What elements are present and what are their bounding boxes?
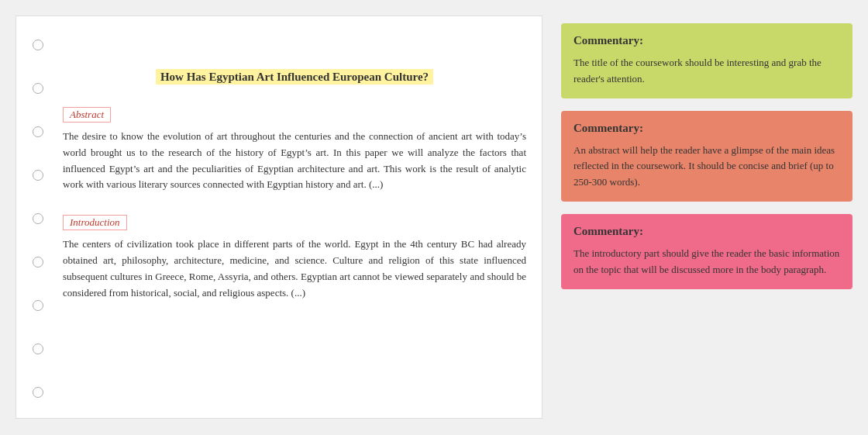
bullet-4 [33, 170, 43, 181]
commentary-text-1: The title of the coursework should be in… [574, 55, 840, 88]
bullet-2 [33, 83, 43, 94]
document-panel: How Has Egyptian Art Influenced European… [16, 16, 542, 419]
commentary-text-3: The introductory part should give the re… [574, 246, 840, 278]
commentary-text-2: An abstract will help the reader have a … [574, 143, 840, 191]
abstract-section: Abstract The desire to know the evolutio… [63, 99, 526, 193]
introduction-text: The centers of civilization took place i… [63, 236, 526, 301]
bullet-1 [33, 40, 43, 50]
abstract-label: Abstract [63, 107, 111, 123]
title-wrapper: How Has Egyptian Art Influenced European… [63, 71, 526, 84]
commentary-card-abstract: Commentary: An abstract will help the re… [561, 111, 852, 202]
commentary-card-intro: Commentary: The introductory part should… [561, 214, 852, 289]
bullet-7 [33, 300, 43, 311]
bullet-column [16, 32, 59, 402]
commentary-heading-3: Commentary: [574, 225, 840, 238]
abstract-text: The desire to know the evolution of art … [63, 129, 526, 193]
commentary-panel: Commentary: The title of the coursework … [561, 16, 852, 289]
commentary-heading-2: Commentary: [574, 122, 840, 135]
bullet-6 [33, 257, 43, 268]
document-title: How Has Egyptian Art Influenced European… [156, 69, 433, 85]
document-content: How Has Egyptian Art Influenced European… [59, 32, 542, 402]
introduction-section: Introduction The centers of civilization… [63, 207, 526, 301]
bullet-5 [33, 213, 43, 224]
bullet-8 [33, 344, 43, 354]
bullet-9 [33, 387, 43, 398]
commentary-card-title: Commentary: The title of the coursework … [561, 23, 852, 98]
introduction-label: Introduction [63, 215, 127, 230]
bullet-3 [33, 126, 43, 137]
commentary-heading-1: Commentary: [574, 34, 840, 47]
